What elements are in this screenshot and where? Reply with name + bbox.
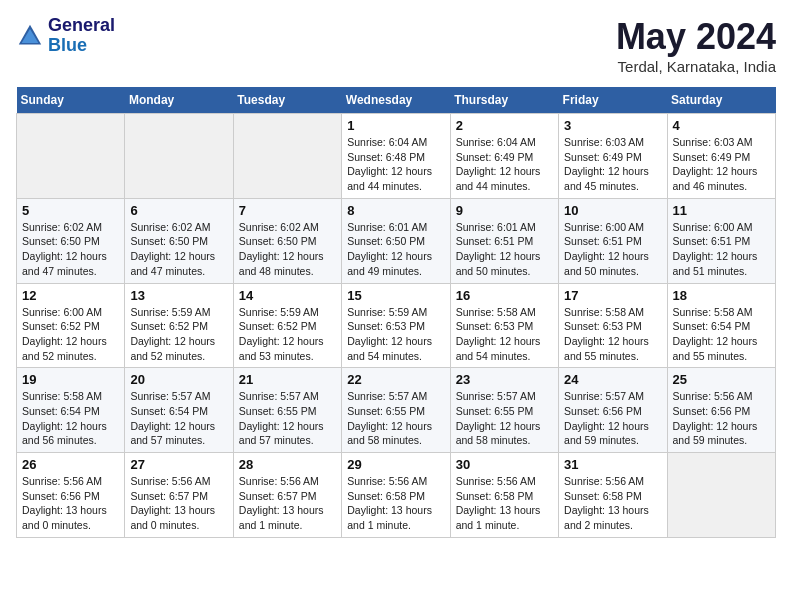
logo-text: General Blue (48, 16, 115, 56)
weekday-header-monday: Monday (125, 87, 233, 114)
calendar-table: SundayMondayTuesdayWednesdayThursdayFrid… (16, 87, 776, 538)
day-number: 2 (456, 118, 553, 133)
day-number: 5 (22, 203, 119, 218)
day-number: 30 (456, 457, 553, 472)
day-number: 3 (564, 118, 661, 133)
calendar-cell: 8Sunrise: 6:01 AMSunset: 6:50 PMDaylight… (342, 198, 450, 283)
logo: General Blue (16, 16, 115, 56)
calendar-cell: 19Sunrise: 5:58 AMSunset: 6:54 PMDayligh… (17, 368, 125, 453)
calendar-cell: 31Sunrise: 5:56 AMSunset: 6:58 PMDayligh… (559, 453, 667, 538)
calendar-week-row: 12Sunrise: 6:00 AMSunset: 6:52 PMDayligh… (17, 283, 776, 368)
day-number: 21 (239, 372, 336, 387)
day-number: 8 (347, 203, 444, 218)
calendar-cell: 27Sunrise: 5:56 AMSunset: 6:57 PMDayligh… (125, 453, 233, 538)
day-info: Sunrise: 5:57 AMSunset: 6:56 PMDaylight:… (564, 389, 661, 448)
calendar-cell (667, 453, 775, 538)
calendar-week-row: 19Sunrise: 5:58 AMSunset: 6:54 PMDayligh… (17, 368, 776, 453)
calendar-cell: 16Sunrise: 5:58 AMSunset: 6:53 PMDayligh… (450, 283, 558, 368)
calendar-cell: 2Sunrise: 6:04 AMSunset: 6:49 PMDaylight… (450, 114, 558, 199)
day-number: 19 (22, 372, 119, 387)
weekday-header-tuesday: Tuesday (233, 87, 341, 114)
day-number: 22 (347, 372, 444, 387)
calendar-cell (233, 114, 341, 199)
calendar-cell (17, 114, 125, 199)
day-info: Sunrise: 5:57 AMSunset: 6:55 PMDaylight:… (239, 389, 336, 448)
day-number: 28 (239, 457, 336, 472)
calendar-cell: 15Sunrise: 5:59 AMSunset: 6:53 PMDayligh… (342, 283, 450, 368)
day-number: 10 (564, 203, 661, 218)
calendar-cell: 17Sunrise: 5:58 AMSunset: 6:53 PMDayligh… (559, 283, 667, 368)
calendar-cell: 18Sunrise: 5:58 AMSunset: 6:54 PMDayligh… (667, 283, 775, 368)
calendar-week-row: 26Sunrise: 5:56 AMSunset: 6:56 PMDayligh… (17, 453, 776, 538)
day-number: 23 (456, 372, 553, 387)
day-info: Sunrise: 6:03 AMSunset: 6:49 PMDaylight:… (564, 135, 661, 194)
weekday-header-friday: Friday (559, 87, 667, 114)
day-info: Sunrise: 5:56 AMSunset: 6:57 PMDaylight:… (239, 474, 336, 533)
day-info: Sunrise: 6:02 AMSunset: 6:50 PMDaylight:… (22, 220, 119, 279)
day-info: Sunrise: 5:59 AMSunset: 6:52 PMDaylight:… (130, 305, 227, 364)
calendar-cell: 21Sunrise: 5:57 AMSunset: 6:55 PMDayligh… (233, 368, 341, 453)
calendar-cell: 22Sunrise: 5:57 AMSunset: 6:55 PMDayligh… (342, 368, 450, 453)
calendar-week-row: 5Sunrise: 6:02 AMSunset: 6:50 PMDaylight… (17, 198, 776, 283)
day-number: 15 (347, 288, 444, 303)
day-info: Sunrise: 5:57 AMSunset: 6:55 PMDaylight:… (456, 389, 553, 448)
day-info: Sunrise: 5:57 AMSunset: 6:54 PMDaylight:… (130, 389, 227, 448)
weekday-header-wednesday: Wednesday (342, 87, 450, 114)
day-number: 14 (239, 288, 336, 303)
page-header: General Blue May 2024 Terdal, Karnataka,… (16, 16, 776, 75)
day-info: Sunrise: 6:00 AMSunset: 6:52 PMDaylight:… (22, 305, 119, 364)
calendar-title: May 2024 (616, 16, 776, 58)
calendar-subtitle: Terdal, Karnataka, India (616, 58, 776, 75)
calendar-cell: 5Sunrise: 6:02 AMSunset: 6:50 PMDaylight… (17, 198, 125, 283)
day-number: 1 (347, 118, 444, 133)
day-number: 13 (130, 288, 227, 303)
day-info: Sunrise: 5:56 AMSunset: 6:57 PMDaylight:… (130, 474, 227, 533)
day-info: Sunrise: 6:04 AMSunset: 6:49 PMDaylight:… (456, 135, 553, 194)
day-info: Sunrise: 5:58 AMSunset: 6:54 PMDaylight:… (673, 305, 770, 364)
calendar-cell: 20Sunrise: 5:57 AMSunset: 6:54 PMDayligh… (125, 368, 233, 453)
logo-icon (16, 22, 44, 50)
calendar-cell: 24Sunrise: 5:57 AMSunset: 6:56 PMDayligh… (559, 368, 667, 453)
calendar-cell: 12Sunrise: 6:00 AMSunset: 6:52 PMDayligh… (17, 283, 125, 368)
day-number: 26 (22, 457, 119, 472)
day-number: 24 (564, 372, 661, 387)
day-number: 4 (673, 118, 770, 133)
day-info: Sunrise: 5:59 AMSunset: 6:53 PMDaylight:… (347, 305, 444, 364)
calendar-cell: 7Sunrise: 6:02 AMSunset: 6:50 PMDaylight… (233, 198, 341, 283)
calendar-cell: 23Sunrise: 5:57 AMSunset: 6:55 PMDayligh… (450, 368, 558, 453)
weekday-header-row: SundayMondayTuesdayWednesdayThursdayFrid… (17, 87, 776, 114)
calendar-cell: 10Sunrise: 6:00 AMSunset: 6:51 PMDayligh… (559, 198, 667, 283)
calendar-cell: 11Sunrise: 6:00 AMSunset: 6:51 PMDayligh… (667, 198, 775, 283)
day-info: Sunrise: 6:00 AMSunset: 6:51 PMDaylight:… (564, 220, 661, 279)
day-number: 7 (239, 203, 336, 218)
day-number: 9 (456, 203, 553, 218)
day-info: Sunrise: 5:59 AMSunset: 6:52 PMDaylight:… (239, 305, 336, 364)
calendar-cell: 3Sunrise: 6:03 AMSunset: 6:49 PMDaylight… (559, 114, 667, 199)
calendar-cell: 9Sunrise: 6:01 AMSunset: 6:51 PMDaylight… (450, 198, 558, 283)
day-info: Sunrise: 5:58 AMSunset: 6:53 PMDaylight:… (564, 305, 661, 364)
calendar-cell: 25Sunrise: 5:56 AMSunset: 6:56 PMDayligh… (667, 368, 775, 453)
day-number: 11 (673, 203, 770, 218)
calendar-cell: 6Sunrise: 6:02 AMSunset: 6:50 PMDaylight… (125, 198, 233, 283)
day-info: Sunrise: 5:56 AMSunset: 6:58 PMDaylight:… (456, 474, 553, 533)
day-info: Sunrise: 6:00 AMSunset: 6:51 PMDaylight:… (673, 220, 770, 279)
calendar-week-row: 1Sunrise: 6:04 AMSunset: 6:48 PMDaylight… (17, 114, 776, 199)
day-info: Sunrise: 5:56 AMSunset: 6:58 PMDaylight:… (564, 474, 661, 533)
weekday-header-saturday: Saturday (667, 87, 775, 114)
day-number: 16 (456, 288, 553, 303)
title-block: May 2024 Terdal, Karnataka, India (616, 16, 776, 75)
day-info: Sunrise: 6:01 AMSunset: 6:51 PMDaylight:… (456, 220, 553, 279)
calendar-cell: 4Sunrise: 6:03 AMSunset: 6:49 PMDaylight… (667, 114, 775, 199)
day-info: Sunrise: 6:02 AMSunset: 6:50 PMDaylight:… (130, 220, 227, 279)
calendar-cell: 30Sunrise: 5:56 AMSunset: 6:58 PMDayligh… (450, 453, 558, 538)
day-info: Sunrise: 5:57 AMSunset: 6:55 PMDaylight:… (347, 389, 444, 448)
day-info: Sunrise: 6:04 AMSunset: 6:48 PMDaylight:… (347, 135, 444, 194)
calendar-cell: 28Sunrise: 5:56 AMSunset: 6:57 PMDayligh… (233, 453, 341, 538)
calendar-cell (125, 114, 233, 199)
day-number: 6 (130, 203, 227, 218)
day-info: Sunrise: 6:01 AMSunset: 6:50 PMDaylight:… (347, 220, 444, 279)
calendar-cell: 29Sunrise: 5:56 AMSunset: 6:58 PMDayligh… (342, 453, 450, 538)
day-number: 27 (130, 457, 227, 472)
day-info: Sunrise: 5:56 AMSunset: 6:56 PMDaylight:… (673, 389, 770, 448)
weekday-header-sunday: Sunday (17, 87, 125, 114)
